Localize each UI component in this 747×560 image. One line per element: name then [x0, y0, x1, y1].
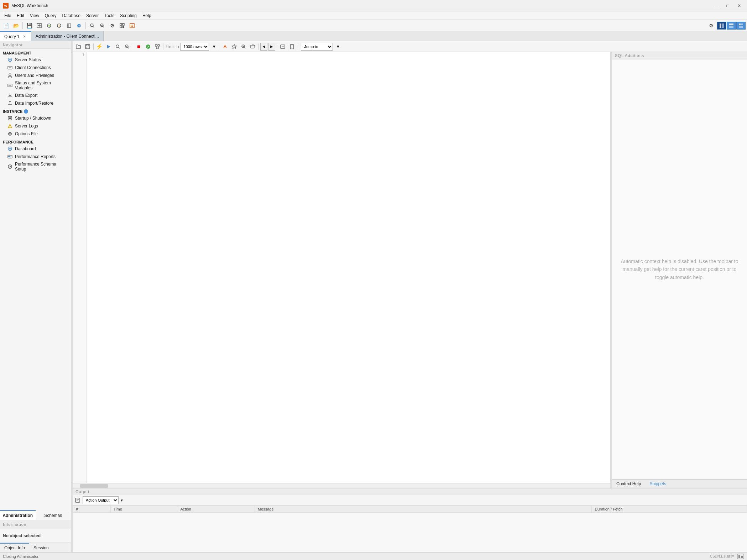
nav-tab-administration[interactable]: Administration	[0, 510, 36, 520]
qtb-btn-b[interactable]	[230, 42, 239, 51]
nav-data-export[interactable]: Data Export	[0, 91, 71, 99]
limit-dropdown[interactable]: 1000 rows 500 rows 200 rows 100 rows No …	[180, 43, 209, 51]
toolbar-btn-2[interactable]	[45, 21, 54, 30]
output-type-dropdown[interactable]: Action Output History Output	[83, 496, 119, 504]
qtb-save[interactable]	[83, 42, 92, 51]
svg-point-32	[9, 74, 11, 76]
qtb-stop[interactable]: ⏹	[135, 42, 143, 51]
svg-marker-49	[107, 45, 110, 48]
layout-btn-3[interactable]	[736, 22, 746, 30]
svg-rect-58	[156, 47, 158, 49]
status-bar: Closing Administator. CSDN工具插件	[0, 552, 747, 560]
menu-scripting[interactable]: Scripting	[117, 12, 140, 19]
svg-rect-25	[741, 23, 743, 25]
sql-editor[interactable]: 1	[73, 52, 610, 483]
output-toolbar: Action Output History Output ▼	[73, 495, 747, 506]
nav-dashboard[interactable]: Dashboard	[0, 145, 71, 153]
qtb-open-file[interactable]	[74, 42, 83, 51]
maximize-button[interactable]: □	[723, 2, 733, 9]
nav-performance-schema[interactable]: Performance Schema Setup	[0, 161, 71, 173]
jump-to-dropdown[interactable]: Jump to Bookmark 1 Bookmark 2	[301, 43, 333, 51]
query-toolbar: ⚡ ⏹ Limit to 1000 rows	[73, 41, 747, 52]
svg-point-3	[47, 24, 51, 27]
qtb-execute[interactable]: ⚡	[95, 42, 104, 51]
svg-point-28	[9, 59, 11, 61]
main-toolbar: 📄 📂 💾 ⚙ ⚙	[0, 20, 747, 31]
toolbar-settings-btn[interactable]: ⚙	[706, 21, 716, 30]
qtb-schema[interactable]	[153, 42, 162, 51]
nav-startup-shutdown[interactable]: Startup / Shutdown	[0, 114, 71, 122]
sql-add-tab-context-help[interactable]: Context Help	[612, 480, 645, 488]
nav-users-privileges[interactable]: Users and Privileges	[0, 72, 71, 79]
toolbar-save[interactable]: 💾	[25, 21, 34, 30]
nav-server-logs[interactable]: Server Logs	[0, 122, 71, 130]
dashboard-icon	[7, 146, 13, 152]
menu-query[interactable]: Query	[42, 12, 59, 19]
tab-admin[interactable]: Administration - Client Connecti...	[31, 31, 104, 41]
tab-label-admin: Administration - Client Connecti...	[36, 34, 99, 39]
editor-content[interactable]	[87, 52, 610, 483]
tab-query1[interactable]: Query 1 ✕	[0, 31, 31, 41]
layout-btn-1[interactable]	[717, 22, 726, 30]
toolbar-btn-7[interactable]	[117, 21, 127, 30]
jump-to-arrow[interactable]: ▼	[334, 42, 341, 51]
prev-arrow[interactable]: ◀	[260, 43, 267, 51]
nav-data-import[interactable]: Data Import/Restore	[0, 99, 71, 107]
menu-help[interactable]: Help	[140, 12, 154, 19]
toolbar-zoom[interactable]	[98, 21, 107, 30]
menu-edit[interactable]: Edit	[14, 12, 27, 19]
toolbar-btn-4[interactable]	[64, 21, 74, 30]
qtb-search2[interactable]	[123, 42, 131, 51]
qtb-execute-current[interactable]	[104, 42, 113, 51]
qtb-btn-a[interactable]	[221, 42, 229, 51]
svg-rect-7	[67, 24, 71, 27]
limit-dropdown-arrow[interactable]: ▼	[210, 42, 218, 51]
bottom-tab-object-info[interactable]: Object Info	[0, 543, 29, 552]
svg-rect-33	[8, 84, 12, 87]
nav-options-file[interactable]: Options File	[0, 130, 71, 138]
qtb-bookmark[interactable]	[288, 42, 296, 51]
svg-point-41	[9, 148, 11, 150]
toolbar-btn-3[interactable]	[54, 21, 64, 30]
bottom-tab-session[interactable]: Session	[29, 543, 53, 552]
nav-performance-reports[interactable]: Performance Reports	[0, 153, 71, 161]
layout-btn-2[interactable]	[727, 22, 736, 30]
menu-server[interactable]: Server	[83, 12, 101, 19]
toolbar-search[interactable]	[88, 21, 97, 30]
toolbar-open-file[interactable]: 📂	[11, 21, 21, 30]
toolbar-btn-5[interactable]	[74, 21, 84, 30]
menu-view[interactable]: View	[27, 12, 42, 19]
window-controls[interactable]: ─ □ ✕	[711, 2, 744, 9]
output-dropdown-arrow[interactable]: ▼	[120, 498, 124, 502]
output-table: # Time Action Message Duration / Fetch	[73, 506, 747, 552]
toolbar-import[interactable]	[127, 21, 137, 30]
toolbar-btn-6[interactable]: ⚙	[108, 21, 117, 30]
nav-status-variables[interactable]: Status and System Variables	[0, 79, 71, 91]
qtb-btn-c[interactable]	[249, 42, 257, 51]
toolbar-new-file[interactable]: 📄	[1, 21, 11, 30]
qtb-btn-green[interactable]	[144, 42, 152, 51]
h-scroll-thumb[interactable]	[80, 484, 108, 488]
svg-rect-26	[739, 26, 743, 28]
sql-add-tab-snippets[interactable]: Snippets	[645, 480, 670, 488]
navigator: Navigator MANAGEMENT Server Status Clien…	[0, 41, 71, 552]
qtb-sep-3	[163, 43, 163, 50]
next-arrow[interactable]: ▶	[268, 43, 275, 51]
status-bar-right: CSDN工具插件	[710, 554, 744, 559]
tab-close-query1[interactable]: ✕	[22, 34, 27, 39]
col-hash: #	[73, 506, 111, 513]
qtb-zoom-search[interactable]	[239, 42, 248, 51]
nav-server-status[interactable]: Server Status	[0, 56, 71, 64]
menu-file[interactable]: File	[1, 12, 14, 19]
menu-tools[interactable]: Tools	[101, 12, 117, 19]
menu-database[interactable]: Database	[59, 12, 83, 19]
status-right-text: CSDN工具插件	[710, 554, 734, 559]
qtb-search[interactable]	[114, 42, 122, 51]
nav-client-connections[interactable]: Client Connections	[0, 64, 71, 72]
qtb-history[interactable]	[278, 42, 287, 51]
toolbar-btn-1[interactable]	[35, 21, 44, 30]
nav-tab-schemas[interactable]: Schemas	[36, 510, 71, 520]
close-button[interactable]: ✕	[734, 2, 744, 9]
horizontal-scrollbar[interactable]	[73, 483, 610, 488]
minimize-button[interactable]: ─	[711, 2, 721, 9]
